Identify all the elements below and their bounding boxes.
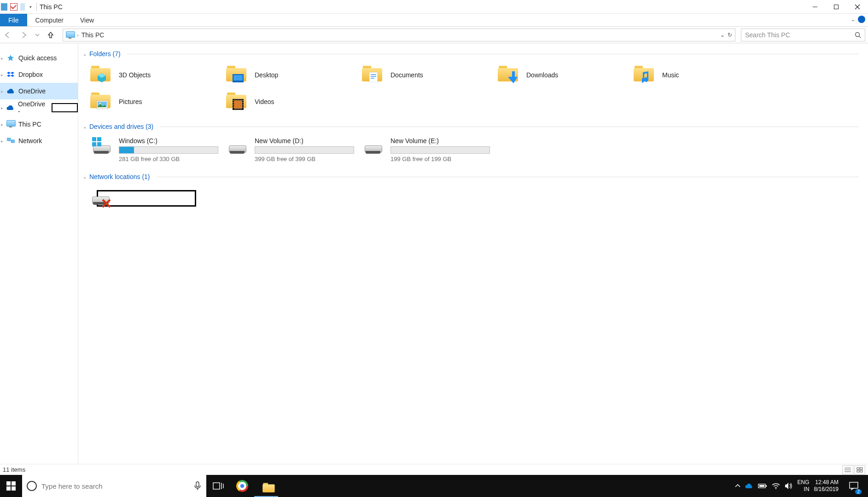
usage-bar	[390, 146, 490, 154]
folders-grid: 3D Objects Desktop Documents Downloads	[83, 60, 868, 121]
svg-rect-30	[97, 137, 101, 141]
nav-dropbox[interactable]: ▸ Dropbox	[0, 66, 78, 83]
start-button[interactable]	[0, 475, 22, 497]
address-bar[interactable]: › This PC ⌄ ↻	[63, 29, 735, 41]
taskbar-app-chrome[interactable]	[230, 475, 254, 497]
drive-free: 199 GB free of 199 GB	[390, 156, 490, 162]
status-item-count: 11 items	[3, 466, 25, 473]
network-location-item[interactable]	[87, 185, 223, 209]
drive-e[interactable]: New Volume (E:) 199 GB free of 199 GB	[359, 134, 495, 165]
svg-rect-58	[759, 485, 764, 487]
back-button[interactable]	[0, 27, 15, 43]
lang-secondary: IN	[804, 486, 810, 493]
nav-quick-access[interactable]: ▸ Quick access	[0, 50, 78, 66]
volume-icon[interactable]	[785, 482, 793, 490]
maximize-button[interactable]	[826, 0, 847, 14]
svg-rect-47	[213, 483, 220, 489]
breadcrumb-this-pc[interactable]: This PC	[82, 31, 105, 39]
group-header-network-locations[interactable]: ⌄ Network locations (1)	[83, 171, 868, 183]
svg-rect-25	[243, 100, 244, 101]
ribbon-expand-icon[interactable]: ⌄	[851, 17, 855, 23]
chevron-right-icon[interactable]: ▸	[1, 139, 3, 144]
folder-pictures[interactable]: Pictures	[87, 88, 223, 115]
chevron-down-icon[interactable]: ⌄	[83, 52, 87, 57]
svg-rect-31	[92, 142, 96, 146]
action-center-button[interactable]: 2	[843, 475, 864, 497]
chevron-right-icon[interactable]: ›	[77, 32, 79, 38]
chevron-right-icon[interactable]: ▸	[1, 56, 3, 61]
tab-view[interactable]: View	[72, 14, 102, 26]
search-input[interactable]	[745, 31, 842, 39]
group-label: Folders (7)	[89, 50, 121, 58]
svg-rect-60	[850, 482, 858, 488]
qat-icon-2[interactable]	[20, 3, 25, 11]
drive-d[interactable]: New Volume (D:) 399 GB free of 399 GB	[223, 134, 359, 165]
svg-rect-9	[233, 75, 243, 81]
taskbar-app-explorer[interactable]	[254, 475, 278, 497]
address-dropdown-icon[interactable]: ⌄	[720, 32, 725, 38]
quick-access-toolbar: ▾	[0, 3, 34, 11]
tab-file[interactable]: File	[0, 14, 27, 26]
search-icon[interactable]	[855, 32, 861, 38]
navigation-row: › This PC ⌄ ↻	[0, 27, 868, 43]
folder-videos[interactable]: Videos	[223, 88, 359, 115]
folder-desktop[interactable]: Desktop	[223, 62, 359, 88]
qat-icon[interactable]	[1, 3, 7, 11]
chevron-right-icon[interactable]: ▸	[1, 89, 3, 94]
search-box[interactable]	[741, 29, 865, 41]
divider	[160, 127, 859, 127]
forward-button[interactable]	[17, 27, 31, 43]
redacted-box	[52, 103, 78, 112]
taskbar-search-input[interactable]	[41, 482, 190, 490]
microphone-icon[interactable]	[194, 481, 201, 491]
chevron-right-icon[interactable]: ▸	[1, 105, 3, 110]
large-icons-view-button[interactable]	[854, 465, 865, 474]
onedrive-tray-icon[interactable]	[745, 483, 753, 489]
drive-c[interactable]: Windows (C:) 281 GB free of 330 GB	[87, 134, 223, 165]
task-view-button[interactable]	[206, 475, 230, 497]
chevron-right-icon[interactable]: ▸	[1, 72, 3, 77]
close-button[interactable]	[847, 0, 868, 14]
nav-this-pc[interactable]: ▸ This PC	[0, 116, 78, 133]
refresh-button[interactable]: ↻	[728, 32, 732, 38]
qat-dropdown-icon[interactable]: ▾	[28, 5, 34, 9]
redacted-box	[97, 190, 196, 207]
folder-documents[interactable]: Documents	[359, 62, 495, 88]
group-header-drives[interactable]: ⌄ Devices and drives (3)	[83, 121, 868, 133]
nav-label: OneDrive -	[18, 100, 47, 115]
recent-dropdown-button[interactable]	[33, 27, 41, 43]
group-label: Devices and drives (3)	[89, 123, 153, 130]
nav-label: Quick access	[18, 54, 57, 62]
nav-network[interactable]: ▸ Network	[0, 133, 78, 149]
folder-3d-objects[interactable]: 3D Objects	[87, 62, 223, 88]
window-title: This PC	[40, 3, 63, 11]
minimize-button[interactable]	[804, 0, 826, 14]
wifi-icon[interactable]	[772, 483, 780, 489]
folder-downloads[interactable]: Downloads	[495, 62, 631, 88]
details-view-button[interactable]	[842, 465, 853, 474]
taskbar-search[interactable]	[22, 475, 206, 497]
nav-onedrive[interactable]: ▸ OneDrive	[0, 83, 78, 99]
drive-free: 399 GB free of 399 GB	[255, 156, 354, 162]
chevron-right-icon[interactable]: ▸	[1, 122, 3, 127]
this-pc-icon	[66, 31, 74, 39]
group-header-folders[interactable]: ⌄ Folders (7)	[83, 48, 868, 60]
qat-properties-icon[interactable]	[10, 3, 17, 11]
chevron-down-icon[interactable]: ⌄	[83, 124, 87, 129]
svg-rect-39	[860, 468, 862, 469]
divider	[36, 3, 37, 11]
up-button[interactable]	[43, 27, 58, 43]
drive-name: New Volume (D:)	[255, 137, 354, 144]
chevron-down-icon[interactable]: ⌄	[83, 174, 87, 179]
svg-rect-29	[92, 137, 96, 141]
nav-onedrive-account[interactable]: ▸ OneDrive -	[0, 99, 78, 116]
language-indicator[interactable]: ENG IN	[798, 479, 810, 493]
tray-overflow-icon[interactable]	[735, 483, 740, 489]
svg-rect-6	[7, 138, 11, 141]
battery-icon[interactable]	[758, 483, 767, 489]
clock[interactable]: 12:48 AM 8/16/2019	[814, 479, 839, 493]
folder-music[interactable]: Music	[631, 62, 767, 88]
svg-rect-13	[371, 78, 374, 79]
help-icon[interactable]	[858, 16, 865, 23]
tab-computer[interactable]: Computer	[27, 14, 72, 26]
